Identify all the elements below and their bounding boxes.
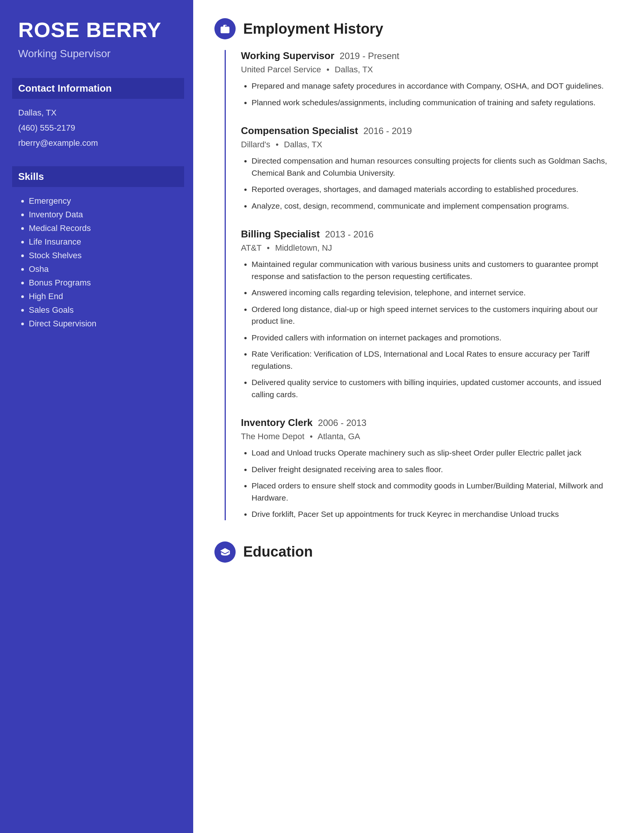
skill-item: Medical Records — [29, 224, 178, 233]
job-title: Compensation Specialist — [241, 125, 358, 136]
education-section: Education — [214, 542, 623, 563]
job-header: Billing Specialist2013 - 2016 — [241, 228, 623, 240]
job-bullet: Maintained regular communication with va… — [251, 258, 623, 282]
skill-item: Life Insurance — [29, 237, 178, 247]
job-company: United Parcel Service • Dallas, TX — [241, 65, 623, 75]
job-company: Dillard's • Dallas, TX — [241, 140, 623, 150]
job-bullet: Ordered long distance, dial-up or high s… — [251, 303, 623, 327]
job-company: The Home Depot • Atlanta, GA — [241, 432, 623, 442]
skill-item: High End — [29, 291, 178, 301]
skill-item: Osha — [29, 264, 178, 274]
job-entry: Compensation Specialist2016 - 2019Dillar… — [241, 125, 623, 212]
skill-item: Bonus Programs — [29, 278, 178, 288]
job-bullet: Provided callers with information on int… — [251, 332, 623, 344]
job-bullet: Load and Unload trucks Operate machinery… — [251, 447, 623, 459]
contact-section: Contact Information Dallas, TX (460) 555… — [18, 78, 178, 148]
sidebar: ROSE BERRY Working Supervisor Contact In… — [0, 0, 193, 833]
job-bullet: Placed orders to ensure shelf stock and … — [251, 480, 623, 503]
skill-item: Sales Goals — [29, 305, 178, 315]
education-section-title: Education — [243, 544, 313, 560]
job-bullet: Rate Verification: Verification of LDS, … — [251, 348, 623, 372]
job-bullet: Directed compensation and human resource… — [251, 155, 623, 179]
contact-phone: (460) 555-2179 — [18, 123, 178, 133]
job-entry: Inventory Clerk2006 - 2013The Home Depot… — [241, 417, 623, 520]
graduation-svg — [220, 547, 230, 557]
job-bullet: Analyze, cost, design, recommend, commun… — [251, 200, 623, 212]
candidate-title: Working Supervisor — [18, 48, 178, 60]
employment-section-header: Employment History — [214, 18, 623, 39]
job-header: Compensation Specialist2016 - 2019 — [241, 125, 623, 137]
contact-email: rberry@example.com — [18, 138, 178, 148]
job-bullets: Load and Unload trucks Operate machinery… — [241, 447, 623, 520]
job-title: Inventory Clerk — [241, 417, 312, 428]
job-bullets: Prepared and manage safety procedures in… — [241, 80, 623, 108]
timeline: Working Supervisor2019 - PresentUnited P… — [225, 50, 623, 520]
skill-item: Direct Supervision — [29, 319, 178, 329]
job-header: Inventory Clerk2006 - 2013 — [241, 417, 623, 429]
main-content: Employment History Working Supervisor201… — [193, 0, 644, 833]
briefcase-svg — [220, 24, 230, 34]
job-bullet: Deliver freight designated receiving are… — [251, 463, 623, 476]
job-header: Working Supervisor2019 - Present — [241, 50, 623, 62]
job-entry: Billing Specialist2013 - 2016AT&T • Midd… — [241, 228, 623, 400]
job-bullet: Answered incoming calls regarding televi… — [251, 286, 623, 299]
job-bullet: Prepared and manage safety procedures in… — [251, 80, 623, 92]
job-title: Working Supervisor — [241, 50, 335, 61]
job-entry: Working Supervisor2019 - PresentUnited P… — [241, 50, 623, 108]
contact-city: Dallas, TX — [18, 108, 178, 118]
job-dates: 2006 - 2013 — [318, 418, 366, 428]
candidate-name: ROSE BERRY — [18, 18, 178, 42]
job-dates: 2013 - 2016 — [325, 229, 374, 239]
employment-section: Employment History Working Supervisor201… — [214, 18, 623, 520]
job-dates: 2016 - 2019 — [363, 126, 412, 136]
graduation-icon — [214, 542, 236, 563]
job-company: AT&T • Middletown, NJ — [241, 243, 623, 253]
contact-section-title: Contact Information — [12, 78, 184, 99]
job-bullet: Drive forklift, Pacer Set up appointment… — [251, 508, 623, 520]
job-bullets: Maintained regular communication with va… — [241, 258, 623, 400]
briefcase-icon — [214, 18, 236, 39]
skills-section-title: Skills — [12, 166, 184, 187]
skill-item: Emergency — [29, 196, 178, 206]
job-title: Billing Specialist — [241, 228, 320, 240]
skills-list: EmergencyInventory DataMedical RecordsLi… — [18, 196, 178, 329]
job-bullet: Planned work schedules/assignments, incl… — [251, 96, 623, 109]
skill-item: Inventory Data — [29, 210, 178, 220]
job-bullets: Directed compensation and human resource… — [241, 155, 623, 212]
job-bullet: Reported overages, shortages, and damage… — [251, 183, 623, 195]
job-dates: 2019 - Present — [340, 51, 399, 61]
skills-section: Skills EmergencyInventory DataMedical Re… — [18, 166, 178, 329]
employment-section-title: Employment History — [243, 21, 383, 37]
skill-item: Stock Shelves — [29, 251, 178, 261]
job-bullet: Delivered quality service to customers w… — [251, 376, 623, 400]
education-section-header: Education — [214, 542, 623, 563]
